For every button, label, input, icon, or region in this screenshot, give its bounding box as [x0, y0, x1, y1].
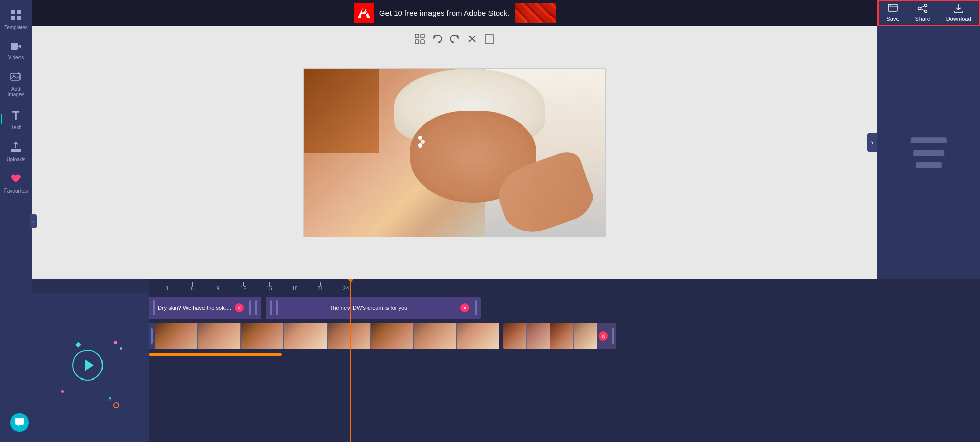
expand-right-panel-button[interactable]: › — [867, 133, 877, 152]
ruler-mark-9: 9 — [205, 282, 231, 291]
share-button[interactable]: Share — [911, 2, 934, 24]
sidebar-item-uploads[interactable]: Uploads — [2, 137, 30, 166]
deco-dot-3 — [120, 347, 122, 350]
undo-icon[interactable] — [432, 34, 442, 47]
svg-rect-0 — [11, 10, 15, 14]
text-track: Dry skin? We have the solu... ✕ The new … — [149, 296, 481, 320]
track-handle-left-2[interactable] — [270, 300, 272, 315]
sidebar-item-templates-label: Templates — [4, 25, 28, 30]
sidebar-expand-btn[interactable]: › — [30, 214, 37, 228]
circle-outline — [113, 402, 119, 408]
svg-rect-2 — [11, 16, 15, 20]
download-icon — [953, 4, 964, 15]
play-controls-area: ∧ — [32, 293, 149, 442]
deco-dot-2 — [61, 390, 64, 393]
text-track-segment-1: Dry skin? We have the solu... ✕ — [149, 297, 261, 319]
track-handle-right-1[interactable] — [249, 300, 251, 315]
timeline-playhead — [350, 293, 351, 442]
track-handle-left-1[interactable] — [153, 300, 155, 315]
chat-button[interactable] — [10, 413, 29, 432]
ad-content: Get 10 free images from Adobe Stock. — [354, 3, 556, 23]
progress-bar — [149, 353, 282, 356]
video-track-2-handle[interactable] — [612, 328, 614, 344]
deco-diamond — [75, 342, 81, 347]
redo-icon[interactable] — [450, 34, 460, 47]
right-panel — [877, 26, 980, 279]
ruler-mark-24: 24 — [333, 282, 359, 291]
video-track-2-close[interactable]: ✕ — [599, 331, 608, 341]
canvas-toolbar — [415, 34, 495, 47]
video-thumbnails — [155, 323, 499, 349]
ruler-mark-21: 21 — [308, 282, 333, 291]
video-thumb-2-2 — [527, 323, 550, 349]
sidebar-item-text-label: Text — [11, 124, 21, 130]
track-handle-right-2[interactable] — [475, 300, 477, 315]
sidebar-item-uploads-label: Uploads — [7, 157, 26, 162]
text-track-label-1: Dry skin? We have the solu... — [158, 305, 231, 311]
svg-rect-25 — [485, 35, 494, 43]
sidebar-item-add-images[interactable]: Add Images — [2, 68, 30, 101]
svg-point-15 — [925, 10, 927, 13]
svg-marker-5 — [18, 44, 21, 48]
text-icon: T — [12, 109, 20, 123]
video-thumb-1 — [155, 323, 198, 349]
playhead-triangle — [348, 279, 354, 283]
sidebar-item-add-images-label: Add Images — [4, 86, 28, 97]
play-button-container: ∧ — [72, 350, 108, 386]
svg-line-17 — [921, 6, 925, 8]
sidebar-item-templates[interactable]: Templates — [2, 5, 30, 34]
video-thumbnails-2 — [503, 323, 597, 349]
deco-dot-1 — [114, 341, 117, 344]
video-thumb-2-3 — [550, 323, 574, 349]
play-triangle-icon — [85, 359, 94, 371]
svg-rect-11 — [888, 4, 897, 11]
favourites-icon — [10, 174, 22, 186]
text-track-label-2: The new DW's cream is for you — [281, 305, 456, 311]
track-handle-left-2b[interactable] — [276, 300, 278, 315]
download-button[interactable]: Download — [942, 2, 975, 24]
svg-rect-20 — [421, 34, 424, 38]
svg-line-18 — [921, 9, 925, 11]
share-label: Share — [915, 16, 930, 22]
svg-point-14 — [925, 4, 927, 7]
ad-image — [515, 3, 556, 23]
uploads-icon — [10, 141, 22, 155]
chevron-up: ∧ — [108, 395, 112, 402]
grid-view-icon[interactable] — [415, 34, 425, 47]
video-thumb-2-1 — [503, 323, 527, 349]
text-track-close-2[interactable]: ✕ — [460, 303, 469, 312]
layer-shape-2 — [913, 150, 945, 156]
video-track-handle-left[interactable] — [151, 328, 153, 344]
close-icon[interactable] — [467, 34, 477, 47]
videos-icon — [10, 41, 22, 53]
svg-point-16 — [918, 7, 921, 10]
canvas-image — [303, 68, 606, 237]
save-button[interactable]: Save — [882, 2, 903, 24]
ruler-mark-6: 6 — [179, 282, 205, 291]
svg-rect-10 — [11, 149, 21, 152]
save-label: Save — [886, 16, 899, 22]
video-thumb-2-4 — [574, 323, 597, 349]
timeline-left-bg — [32, 279, 149, 293]
expand-icon[interactable] — [484, 34, 495, 47]
sidebar-item-text[interactable]: T Text — [2, 104, 30, 134]
video-track — [149, 323, 499, 349]
track-handle-right-1b[interactable] — [255, 300, 257, 315]
ad-banner[interactable]: Get 10 free images from Adobe Stock. — [32, 0, 877, 26]
sidebar-item-favourites[interactable]: Favourites — [2, 170, 30, 198]
add-images-icon — [10, 72, 22, 85]
ruler-mark-12: 12 — [231, 282, 256, 291]
svg-rect-19 — [415, 34, 419, 38]
play-button[interactable] — [72, 350, 103, 381]
save-icon — [888, 4, 898, 15]
canvas-area — [32, 26, 877, 279]
video-thumb-2 — [198, 323, 241, 349]
text-track-close-1[interactable]: ✕ — [235, 303, 244, 312]
templates-icon — [10, 9, 22, 23]
video-thumb-6 — [371, 323, 414, 349]
adobe-logo — [354, 3, 374, 23]
sidebar-item-videos[interactable]: Videos — [2, 37, 30, 65]
sidebar-item-videos-label: Videos — [8, 55, 24, 60]
svg-rect-3 — [17, 16, 21, 20]
svg-rect-22 — [421, 40, 424, 44]
